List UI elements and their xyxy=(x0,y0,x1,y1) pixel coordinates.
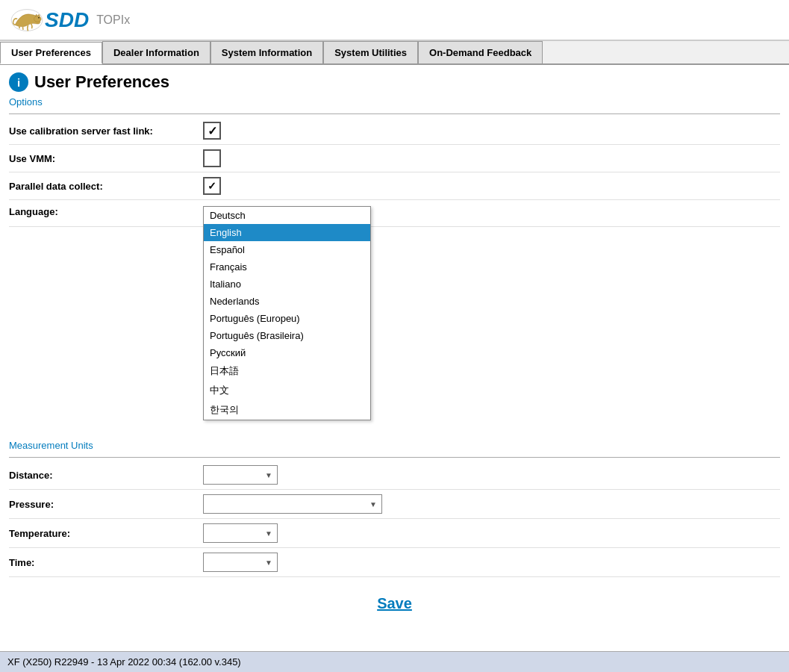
lang-option[interactable]: Português (Brasileira) xyxy=(204,327,370,344)
sdd-logo: SDD xyxy=(45,8,89,32)
svg-point-1 xyxy=(34,16,42,22)
temperature-arrow-icon: ▼ xyxy=(265,529,272,538)
time-arrow-icon: ▼ xyxy=(265,559,272,567)
language-row: Language: DeutschEnglishEspañolFrançaisI… xyxy=(9,200,780,227)
language-listbox[interactable]: DeutschEnglishEspañolFrançaisItalianoNed… xyxy=(203,206,371,420)
temperature-control: ▼ xyxy=(203,523,278,543)
nav-tab-dealer-info[interactable]: Dealer Information xyxy=(102,41,210,63)
parallel-control xyxy=(203,177,221,195)
status-bar: XF (X250) R22949 - 13 Apr 2022 00:34 (16… xyxy=(0,651,789,672)
save-button[interactable]: Save xyxy=(371,592,418,615)
header: SDD TOPIx xyxy=(0,0,789,41)
vmm-control xyxy=(203,149,221,167)
temperature-label: Temperature: xyxy=(9,528,203,539)
lang-option[interactable]: 한국의 xyxy=(204,400,370,420)
save-section: Save xyxy=(9,592,780,615)
pressure-select[interactable]: ▼ xyxy=(203,494,382,514)
lang-option[interactable]: English xyxy=(204,224,370,241)
time-control: ▼ xyxy=(203,553,278,572)
temperature-select[interactable]: ▼ xyxy=(203,523,278,543)
info-icon: i xyxy=(9,72,28,92)
parallel-checkbox[interactable] xyxy=(203,177,221,195)
language-label: Language: xyxy=(9,206,203,217)
options-section-label: Options xyxy=(9,96,780,108)
lang-option[interactable]: Français xyxy=(204,258,370,276)
nav-tab-system-utils[interactable]: System Utilities xyxy=(323,41,418,63)
measurement-section-label: Measurement Units xyxy=(9,440,780,451)
distance-row: Distance: ▼ xyxy=(9,461,780,490)
lang-option[interactable]: 中文 xyxy=(204,381,370,400)
temperature-row: Temperature: ▼ xyxy=(9,519,780,548)
pressure-row: Pressure: ▼ xyxy=(9,490,780,519)
calibration-checkbox[interactable] xyxy=(203,122,221,140)
page-title: User Preferences xyxy=(34,72,169,92)
lang-option[interactable]: 日本語 xyxy=(204,361,370,381)
lang-option[interactable]: Português (Europeu) xyxy=(204,310,370,327)
lang-option[interactable]: Nederlands xyxy=(204,293,370,310)
vmm-label: Use VMM: xyxy=(9,153,203,164)
page-title-row: i User Preferences xyxy=(9,72,780,92)
status-text: XF (X250) R22949 - 13 Apr 2022 00:34 (16… xyxy=(7,656,241,668)
calibration-row: Use calibration server fast link: xyxy=(9,117,780,145)
nav-tabs: User PreferencesDealer InformationSystem… xyxy=(0,41,789,65)
nav-tab-on-demand[interactable]: On-Demand Feedback xyxy=(418,41,543,63)
parallel-row: Parallel data collect: xyxy=(9,172,780,200)
lang-option[interactable]: Español xyxy=(204,241,370,258)
time-select[interactable]: ▼ xyxy=(203,553,278,572)
distance-select[interactable]: ▼ xyxy=(203,465,278,485)
nav-tab-user-prefs[interactable]: User Preferences xyxy=(0,42,102,64)
distance-label: Distance: xyxy=(9,470,203,481)
vmm-row: Use VMM: xyxy=(9,145,780,172)
distance-control: ▼ xyxy=(203,465,278,485)
options-divider xyxy=(9,113,780,114)
lang-option[interactable]: Italiano xyxy=(204,276,370,293)
vmm-checkbox[interactable] xyxy=(203,149,221,167)
lang-option[interactable]: Русский xyxy=(204,344,370,361)
measurement-section: Measurement Units Distance: ▼ Pressure: … xyxy=(9,440,780,577)
pressure-control: ▼ xyxy=(203,494,382,514)
distance-arrow-icon: ▼ xyxy=(265,471,272,479)
time-row: Time: ▼ xyxy=(9,548,780,577)
topix-logo: TOPIx xyxy=(96,13,130,27)
pressure-label: Pressure: xyxy=(9,499,203,510)
calibration-control xyxy=(203,122,221,140)
svg-point-2 xyxy=(38,17,40,19)
lang-option[interactable]: Deutsch xyxy=(204,207,370,224)
calibration-label: Use calibration server fast link: xyxy=(9,125,203,137)
pressure-arrow-icon: ▼ xyxy=(369,500,377,508)
nav-tab-system-info[interactable]: System Information xyxy=(210,41,323,63)
parallel-label: Parallel data collect: xyxy=(9,181,203,192)
jaguar-logo xyxy=(9,7,45,34)
measurement-divider xyxy=(9,457,780,458)
time-label: Time: xyxy=(9,557,203,568)
page-content: i User Preferences Options Use calibrati… xyxy=(0,65,789,623)
